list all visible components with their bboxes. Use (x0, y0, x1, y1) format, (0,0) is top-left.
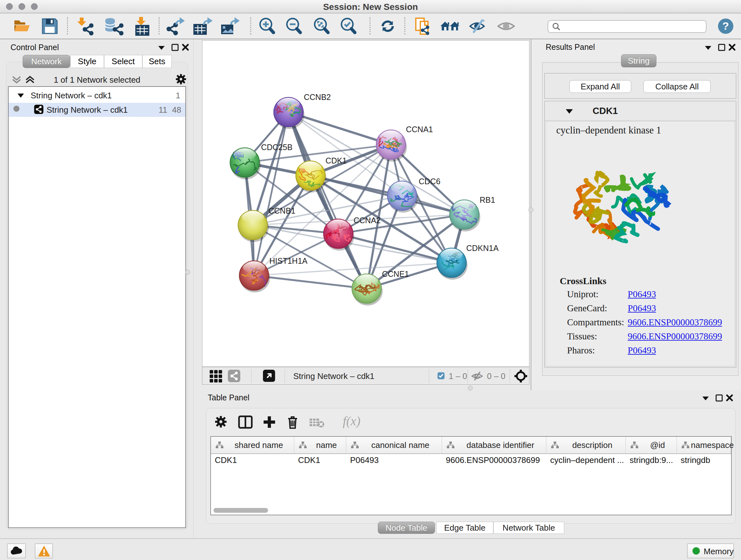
svg-text:CDK1: CDK1 (326, 156, 347, 165)
svg-text:RB1: RB1 (480, 195, 495, 204)
svg-text:CDC6: CDC6 (419, 177, 441, 186)
svg-text:?: ? (723, 20, 729, 32)
svg-text:CDKN1A: CDKN1A (466, 244, 499, 253)
svg-text:CCNA2: CCNA2 (354, 216, 381, 225)
svg-text:CDC25B: CDC25B (261, 143, 293, 152)
svg-text:CCNE1: CCNE1 (382, 269, 409, 278)
svg-text:CCNA1: CCNA1 (406, 125, 433, 134)
svg-text:CCNB1: CCNB1 (268, 206, 295, 215)
svg-text:CCNB2: CCNB2 (304, 92, 331, 102)
svg-text:HIST1H1A: HIST1H1A (269, 256, 308, 265)
